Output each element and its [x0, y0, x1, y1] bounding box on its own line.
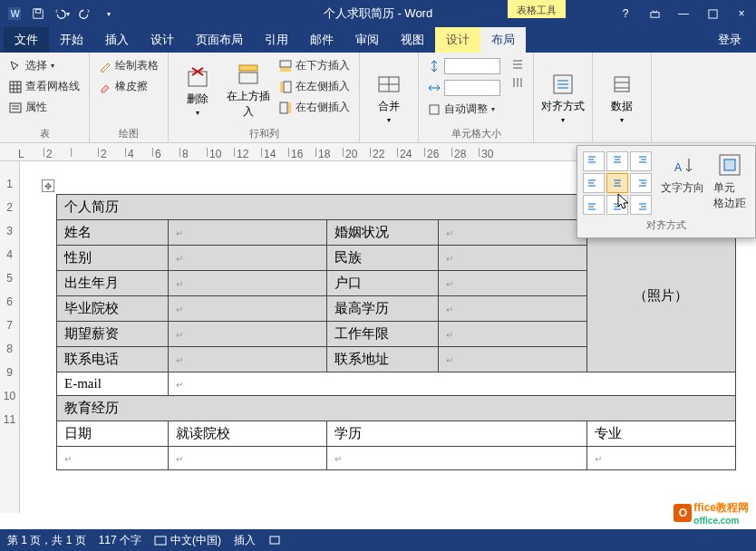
svg-rect-17 — [430, 105, 439, 114]
tab-insert[interactable]: 插入 — [94, 27, 140, 53]
distribute-cols-button[interactable] — [508, 74, 528, 91]
insert-below-button[interactable]: 在下方插入 — [276, 56, 354, 75]
alignment-button[interactable]: 对齐方式▾ — [539, 56, 586, 139]
svg-rect-11 — [280, 68, 291, 72]
vertical-ruler[interactable]: 1234567891011 — [0, 161, 20, 513]
group-draw: 绘制表格 橡皮擦 绘图 — [90, 53, 169, 142]
group-draw-label: 绘图 — [95, 125, 162, 140]
table-row: E-mail↵ — [57, 372, 736, 396]
svg-rect-23 — [155, 536, 166, 545]
status-page[interactable]: 第 1 页，共 1 页 — [7, 533, 86, 548]
insert-above-label: 在上方插入 — [225, 89, 272, 120]
watermark-text: ffice教程网 — [693, 500, 749, 516]
status-words[interactable]: 117 个字 — [99, 533, 141, 548]
group-table: 选择▾ 查看网格线 属性 表 — [0, 53, 90, 142]
align-bot-right[interactable] — [630, 195, 652, 215]
svg-rect-15 — [288, 102, 291, 113]
insert-left-label: 在左侧插入 — [296, 79, 350, 94]
insert-right-label: 在右侧插入 — [296, 100, 350, 115]
insert-left-button[interactable]: 在左侧插入 — [276, 77, 354, 96]
align-top-left[interactable] — [583, 151, 605, 171]
table-row: ↵↵↵↵ — [57, 447, 736, 470]
text-dir-label: 文字方向 — [661, 180, 704, 196]
tab-review[interactable]: 审阅 — [344, 27, 390, 53]
align-bot-left[interactable] — [583, 195, 605, 215]
status-language[interactable]: 中文(中国) — [154, 533, 221, 548]
svg-text:A: A — [674, 161, 682, 174]
svg-text:W: W — [11, 8, 20, 19]
insert-right-button[interactable]: 在右侧插入 — [276, 98, 354, 117]
data-button[interactable]: 数据▾ — [598, 56, 645, 139]
group-merge: 合并▾ — [360, 53, 419, 142]
maximize-button[interactable] — [698, 0, 727, 27]
align-bot-center[interactable] — [606, 195, 628, 215]
select-label: 选择 — [25, 58, 47, 73]
tab-design[interactable]: 设计 — [140, 27, 185, 53]
data-label: 数据 — [611, 99, 633, 114]
ribbon: 选择▾ 查看网格线 属性 表 绘制表格 橡皮擦 绘图 删除▾ 在上方插入 在下方… — [0, 53, 756, 143]
minimize-button[interactable]: — — [669, 0, 698, 27]
svg-rect-14 — [280, 102, 287, 113]
alignment-label: 对齐方式 — [541, 99, 585, 114]
ribbon-toggle-button[interactable] — [640, 0, 669, 27]
merge-button[interactable]: 合并▾ — [365, 56, 412, 139]
insert-above-button[interactable]: 在上方插入 — [225, 56, 272, 125]
svg-rect-3 — [650, 12, 658, 17]
align-mid-center[interactable] — [606, 173, 628, 193]
row-height-input[interactable] — [424, 56, 504, 76]
tab-home[interactable]: 开始 — [49, 27, 94, 53]
table-row: 教育经历 — [57, 396, 736, 421]
autofit-button[interactable]: 自动调整▾ — [424, 100, 504, 119]
tab-table-design[interactable]: 设计 — [435, 27, 480, 53]
redo-icon[interactable] — [74, 3, 96, 24]
tab-file[interactable]: 文件 — [4, 27, 49, 53]
svg-rect-7 — [189, 72, 207, 86]
align-mid-left[interactable] — [583, 173, 605, 193]
svg-rect-9 — [239, 65, 257, 71]
properties-button[interactable]: 属性 — [5, 98, 83, 117]
status-mode[interactable]: 插入 — [234, 533, 256, 548]
eraser-button[interactable]: 橡皮擦 — [95, 77, 162, 96]
cell-margins-button[interactable]: 单元 格边距 — [713, 151, 746, 215]
tab-page-layout[interactable]: 页面布局 — [185, 27, 254, 53]
group-alignment: 对齐方式▾ — [534, 53, 593, 142]
tab-references[interactable]: 引用 — [254, 27, 299, 53]
draw-table-button[interactable]: 绘制表格 — [95, 56, 162, 75]
col-width-input[interactable] — [424, 78, 504, 98]
select-button[interactable]: 选择▾ — [5, 56, 83, 75]
word-icon[interactable]: W — [4, 3, 25, 24]
table-move-handle[interactable]: ✥ — [42, 179, 54, 192]
text-direction-button[interactable]: A文字方向 — [661, 151, 704, 215]
gridlines-label: 查看网格线 — [25, 79, 80, 94]
align-top-center[interactable] — [606, 151, 628, 171]
delete-button[interactable]: 删除▾ — [174, 56, 221, 125]
alignment-grid — [583, 151, 652, 215]
undo-icon[interactable]: ▾ — [51, 3, 73, 24]
svg-rect-10 — [280, 61, 291, 67]
save-icon[interactable] — [27, 3, 49, 24]
tab-table-layout[interactable]: 布局 — [480, 27, 526, 53]
align-mid-right[interactable] — [630, 173, 652, 193]
help-button[interactable]: ? — [611, 0, 640, 27]
cell-photo[interactable]: （照片） — [586, 220, 735, 372]
close-button[interactable]: × — [727, 0, 756, 27]
login-button[interactable]: 登录 — [703, 27, 756, 53]
svg-rect-2 — [35, 10, 40, 14]
status-macro-icon[interactable] — [268, 534, 281, 546]
margins-label: 单元 格边距 — [713, 180, 746, 211]
distribute-rows-button[interactable] — [508, 56, 528, 72]
svg-rect-4 — [708, 9, 716, 17]
svg-rect-13 — [280, 82, 283, 92]
gridlines-button[interactable]: 查看网格线 — [5, 77, 83, 96]
title-bar: W ▾ ▾ 个人求职简历 - Word 表格工具 ? — × — [0, 0, 756, 27]
group-merge-label — [365, 139, 412, 140]
group-data: 数据▾ — [593, 53, 652, 142]
svg-rect-8 — [239, 72, 257, 83]
qat-customize-icon[interactable]: ▾ — [98, 3, 120, 24]
group-rows-label: 行和列 — [174, 125, 354, 140]
insert-below-label: 在下方插入 — [296, 58, 350, 73]
status-bar: 第 1 页，共 1 页 117 个字 中文(中国) 插入 — [0, 529, 756, 551]
tab-mailings[interactable]: 邮件 — [299, 27, 344, 53]
tab-view[interactable]: 视图 — [390, 27, 435, 53]
align-top-right[interactable] — [630, 151, 652, 171]
